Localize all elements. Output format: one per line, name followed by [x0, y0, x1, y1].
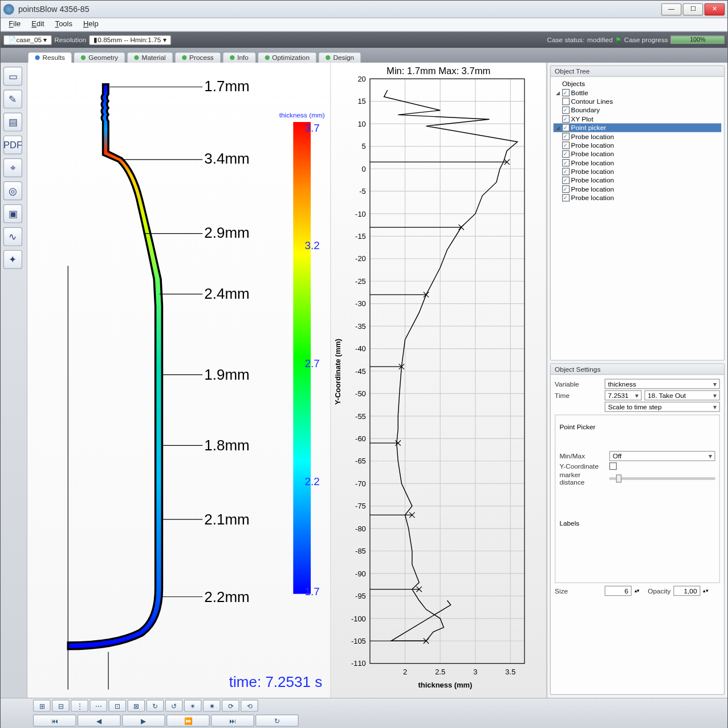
tree-item[interactable]: Probe location	[554, 149, 721, 158]
svg-text:-50: -50	[355, 389, 366, 398]
svg-text:Y-Coordinate (mm): Y-Coordinate (mm)	[334, 339, 342, 405]
object-settings-header: Object Settings	[551, 364, 724, 375]
animation-tool-4[interactable]: ⊡	[108, 699, 126, 711]
tree-item[interactable]: Boundary	[554, 106, 721, 115]
svg-text:-25: -25	[355, 277, 366, 286]
time-value-select[interactable]: 7.2531	[605, 391, 642, 401]
tree-item[interactable]: Probe location	[554, 185, 721, 193]
tab-info[interactable]: Info	[222, 52, 256, 63]
time-label: time: 7.2531 s	[229, 673, 322, 691]
svg-text:-110: -110	[351, 659, 366, 668]
left-tool-2[interactable]: ▤	[3, 112, 22, 131]
play-control-3[interactable]: ⏩	[166, 714, 210, 726]
play-control-2[interactable]: ▶	[122, 714, 165, 726]
case-progress-label: Case progress	[624, 36, 668, 43]
size-input[interactable]: 6	[605, 586, 632, 596]
tab-results[interactable]: Results	[27, 52, 72, 63]
svg-text:2: 2	[403, 668, 407, 676]
ycoord-checkbox[interactable]	[609, 462, 617, 470]
mesh-selector[interactable]: ▮ 0.85mm -- Hmin:1.75 ▾	[89, 35, 171, 45]
tree-item[interactable]: Probe location	[554, 193, 721, 202]
object-tree[interactable]: Objects◢ Bottle Contour Lines Boundary X…	[551, 77, 724, 360]
left-tool-5[interactable]: ◎	[3, 181, 22, 200]
animation-tool-5[interactable]: ⊠	[127, 699, 145, 711]
play-control-4[interactable]: ⏭	[211, 714, 254, 726]
left-tool-3[interactable]: PDF	[3, 136, 22, 154]
tree-item[interactable]: ◢ Point picker	[554, 123, 721, 132]
svg-text:-95: -95	[355, 592, 366, 600]
animation-tool-11[interactable]: ⟲	[241, 699, 258, 711]
animation-tool-0[interactable]: ⊞	[33, 699, 51, 711]
tab-material[interactable]: Material	[127, 52, 173, 63]
legend-tick: 3.7	[304, 122, 319, 134]
tree-item[interactable]: Probe location	[554, 176, 721, 185]
tab-design[interactable]: Design	[318, 52, 361, 63]
legend-tick: 1.7	[304, 586, 319, 598]
menu-file[interactable]: FFileile	[3, 18, 26, 31]
top-toolbar: 📄 case_05 ▾ Resolution ▮ 0.85mm -- Hmin:…	[1, 32, 727, 48]
scale-select[interactable]: Scale to time step	[605, 402, 720, 412]
svg-text:0: 0	[362, 165, 366, 173]
animation-tool-8[interactable]: ✶	[184, 699, 202, 711]
play-control-5[interactable]: ↻	[255, 714, 299, 726]
tree-item[interactable]: XY Plot	[554, 115, 721, 123]
left-tool-0[interactable]: ▭	[3, 67, 22, 86]
svg-text:-35: -35	[355, 322, 366, 331]
time-step-select[interactable]: 18. Take Out	[644, 391, 719, 401]
animation-tool-7[interactable]: ↺	[165, 699, 183, 711]
animation-tool-9[interactable]: ✷	[203, 699, 221, 711]
minimize-button[interactable]: —	[661, 3, 681, 15]
legend-tick: 2.2	[304, 476, 319, 488]
variable-select[interactable]: thickness	[605, 379, 720, 389]
animation-tool-2[interactable]: ⋮	[71, 699, 88, 711]
object-tree-header: Object Tree	[551, 66, 724, 77]
svg-text:-20: -20	[355, 254, 366, 263]
tree-item[interactable]: Probe location	[554, 141, 721, 149]
thickness-label: 3.4mm	[204, 151, 250, 168]
play-control-0[interactable]: ⏮	[33, 714, 76, 726]
tree-item[interactable]: Probe location	[554, 158, 721, 167]
tab-process[interactable]: Process	[174, 52, 221, 63]
tree-item[interactable]: Probe location	[554, 167, 721, 176]
animation-tool-10[interactable]: ⟳	[222, 699, 239, 711]
thickness-label: 1.8mm	[204, 437, 250, 454]
left-tool-4[interactable]: ⌖	[3, 158, 22, 177]
svg-text:thickness (mm): thickness (mm)	[418, 681, 472, 689]
left-tool-1[interactable]: ✎	[3, 90, 22, 108]
tab-geometry[interactable]: Geometry	[74, 52, 125, 63]
menu-edit[interactable]: Edit	[26, 18, 50, 31]
variable-label: Variable	[555, 380, 602, 388]
play-control-1[interactable]: ◀	[78, 714, 121, 726]
menu-tools[interactable]: Tools	[50, 18, 78, 31]
case-selector[interactable]: 📄 case_05 ▾	[3, 35, 52, 45]
left-tool-6[interactable]: ▣	[3, 204, 22, 223]
opacity-input[interactable]: 1,00	[673, 586, 700, 596]
svg-text:-15: -15	[355, 232, 366, 241]
case-status-value: modified	[587, 36, 613, 43]
left-tool-8[interactable]: ✦	[3, 250, 22, 269]
thickness-label: 2.4mm	[204, 285, 250, 303]
legend-tick: 3.2	[304, 240, 319, 252]
left-tool-7[interactable]: ∿	[3, 227, 22, 246]
size-label: Size	[555, 587, 602, 595]
animation-tool-1[interactable]: ⊟	[52, 699, 70, 711]
minmax-select[interactable]: Off	[609, 451, 715, 461]
xy-plot[interactable]: Min: 1.7mm Max: 3.7mm -110-105-100-95-90…	[331, 63, 547, 698]
maximize-button[interactable]: ☐	[683, 3, 703, 15]
tab-optimization[interactable]: Optimization	[257, 52, 317, 63]
tree-item[interactable]: ◢ Bottle	[554, 88, 721, 97]
menu-help[interactable]: Help	[78, 18, 104, 31]
tree-item[interactable]: Probe location	[554, 132, 721, 141]
svg-text:-70: -70	[355, 479, 366, 488]
menubar: FFileile Edit Tools Help	[1, 18, 727, 32]
marker-distance-slider[interactable]	[609, 477, 715, 480]
animation-tool-3[interactable]: ⋯	[90, 699, 107, 711]
time-label-setting: Time	[555, 392, 602, 399]
results-viewport[interactable]: thickness (mm) 3.73.22.72.21.7 time: 7.2…	[27, 63, 331, 698]
animation-tool-6[interactable]: ↻	[147, 699, 164, 711]
close-button[interactable]: ✕	[705, 3, 725, 15]
tree-root[interactable]: Objects	[554, 80, 721, 88]
legend-title: thickness (mm)	[279, 111, 325, 119]
svg-text:-65: -65	[355, 457, 366, 465]
tree-item[interactable]: Contour Lines	[554, 97, 721, 105]
